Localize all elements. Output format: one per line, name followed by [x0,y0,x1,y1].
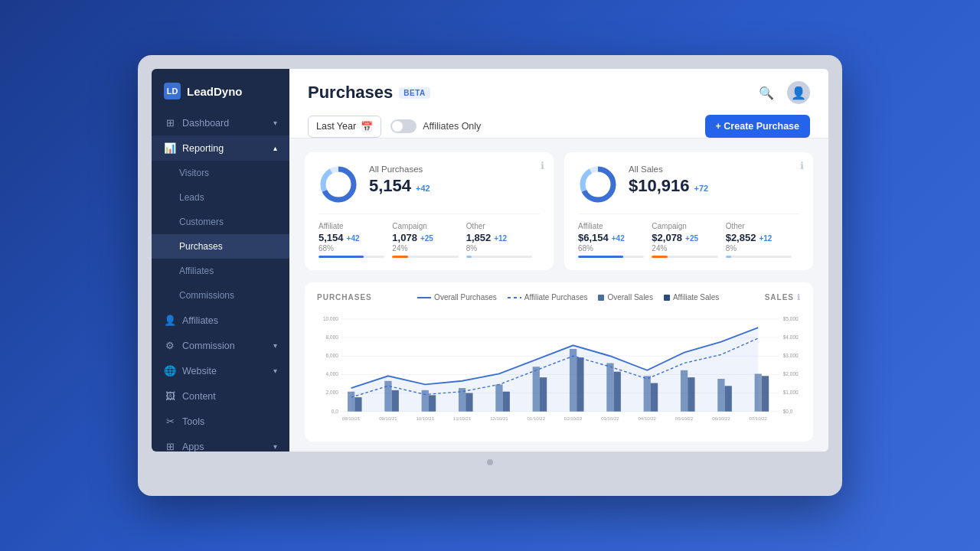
purchases-delta: +42 [416,184,430,193]
page-title-wrap: Purchases BETA [308,83,430,103]
sidebar-item-website[interactable]: 🌐 Website ▾ [152,358,289,383]
sidebar-item-commission[interactable]: ⚙ Commission ▾ [152,333,289,358]
purchases-stat-card: ℹ All Purchases [305,152,554,270]
legend-affiliate-purchases: Affiliate Purchases [508,293,588,302]
sidebar-item-label: Commissions [179,290,234,301]
sidebar-item-label: Visitors [179,168,209,178]
legend-affiliate-sales: Affiliate Sales [664,293,719,302]
main-header: Purchases BETA 🔍 👤 Last Year 📅 [289,69,828,139]
monitor-screen: LD LeadDyno ⊞ Dashboard ▾ 📊 Reporting ▴ … [152,69,828,452]
chevron-up-icon: ▴ [273,144,277,152]
sidebar-item-affiliates-sub[interactable]: Affiliates [152,259,289,283]
purchases-label: All Purchases [369,165,540,174]
svg-text:05/10/22: 05/10/22 [675,416,694,421]
monitor-camera [487,459,493,465]
stats-row: ℹ All Purchases [305,152,813,270]
sidebar-item-commissions[interactable]: Commissions [152,283,289,308]
svg-text:04/10/22: 04/10/22 [639,416,657,421]
sidebar-item-purchases[interactable]: Purchases [152,234,289,259]
sidebar-item-label: Reporting [182,143,224,154]
chart-header: PURCHASES Overall Purchases Affiliate Pu… [317,293,801,302]
avatar[interactable]: 👤 [787,81,810,104]
purchases-breakdown-other: Other 1,852 +12 8% [466,222,540,258]
create-purchase-button[interactable]: + Create Purchase [705,115,810,138]
svg-rect-49 [762,376,769,411]
sidebar-item-leads[interactable]: Leads [152,185,289,210]
sales-stat-card: ℹ All Sales [564,152,813,270]
chart-info-icon[interactable]: ℹ [797,293,801,302]
sales-main: $10,916 +72 [629,176,799,196]
sidebar-item-label: Affiliates [179,266,214,276]
sidebar-item-affiliates[interactable]: 👤 Affiliates [152,308,289,333]
sidebar-item-label: Tools [182,416,204,427]
sidebar-item-tools[interactable]: ✂ Tools [152,409,289,434]
svg-text:08/10/21: 08/10/21 [342,416,361,421]
sales-breakdown-campaign: Campaign $2,078 +25 24% [652,222,725,258]
sales-stat-info: All Sales $10,916 +72 [629,165,799,196]
sidebar-item-reporting[interactable]: 📊 Reporting ▴ [152,135,289,161]
sidebar-item-apps[interactable]: ⊞ Apps ▾ [152,434,289,452]
svg-text:$4,000: $4,000 [783,334,799,340]
sidebar-item-dashboard[interactable]: ⊞ Dashboard ▾ [152,110,289,135]
svg-text:11/10/21: 11/10/21 [453,416,472,421]
sidebar-item-label: Content [182,391,216,402]
svg-text:8,000: 8,000 [326,334,339,340]
sidebar-item-label: Dashboard [182,118,229,129]
purchases-card-top: All Purchases 5,154 +42 [318,165,540,204]
info-icon[interactable]: ℹ [800,160,804,171]
svg-text:2,000: 2,000 [326,390,339,395]
svg-text:$1,000: $1,000 [783,390,799,395]
date-filter[interactable]: Last Year 📅 [308,116,381,138]
calendar-icon: 📅 [361,121,373,132]
svg-text:6,000: 6,000 [326,353,339,358]
header-actions: 🔍 👤 [755,81,810,104]
sidebar-item-label: Leads [179,192,204,203]
search-button[interactable]: 🔍 [755,81,778,104]
sales-breakdown: Affiliate $6,154 +42 68% Campaign [578,214,799,258]
svg-text:02/10/22: 02/10/22 [564,416,583,421]
svg-text:$2,000: $2,000 [783,371,799,377]
svg-text:06/10/22: 06/10/22 [712,416,730,421]
commission-icon: ⚙ [164,340,176,351]
sales-donut-chart [578,165,618,204]
sidebar: LD LeadDyno ⊞ Dashboard ▾ 📊 Reporting ▴ … [152,69,289,452]
svg-text:03/10/22: 03/10/22 [601,416,619,421]
sidebar-item-customers[interactable]: Customers [152,210,289,234]
sales-card-top: All Sales $10,916 +72 [578,165,799,204]
affiliates-icon: 👤 [164,315,176,326]
svg-text:09/10/21: 09/10/21 [379,416,397,421]
chart-sales-label: SALES ℹ [765,293,801,302]
sales-breakdown-affiliate: Affiliate $6,154 +42 68% [578,222,652,258]
purchases-donut-chart [318,165,358,204]
sidebar-item-label: Commission [182,341,235,351]
sidebar-item-content[interactable]: 🖼 Content [152,383,289,409]
beta-badge: BETA [399,87,430,99]
reporting-icon: 📊 [164,142,176,154]
svg-text:10,000: 10,000 [323,316,338,321]
sidebar-item-label: Purchases [179,241,223,252]
sales-breakdown-other: Other $2,852 +12 8% [726,222,799,258]
purchases-main: 5,154 +42 [369,176,540,196]
dashboard-icon: ⊞ [164,117,176,129]
sales-value: $10,916 [629,176,690,196]
sidebar-item-visitors[interactable]: Visitors [152,161,289,185]
purchases-breakdown: Affiliate 5,154 +42 68% Campaign [318,214,540,258]
page-title: Purchases [308,83,393,103]
legend-overall-sales: Overall Sales [598,293,652,302]
chart-card: PURCHASES Overall Purchases Affiliate Pu… [305,282,813,442]
chevron-down-icon: ▾ [273,367,277,375]
purchases-breakdown-campaign: Campaign 1,078 +25 24% [392,222,466,258]
header-top: Purchases BETA 🔍 👤 [308,81,810,104]
brand-name: LeadDyno [187,85,243,98]
info-icon[interactable]: ℹ [541,160,544,171]
affiliates-toggle-label: Affiliates Only [423,121,481,132]
svg-text:0,0: 0,0 [332,409,338,414]
sidebar-item-label: Website [182,366,217,377]
toolbar: Last Year 📅 Affiliates Only + Create Pur… [308,115,810,138]
date-filter-label: Last Year [316,121,356,132]
logo: LD LeadDyno [152,69,289,110]
chevron-down-icon: ▾ [273,341,277,350]
chart-svg: 10,000 8,000 6,000 4,000 2,000 0,0 $5,00… [317,309,801,428]
purchases-value: 5,154 [369,176,411,196]
affiliates-toggle-switch[interactable] [390,119,416,133]
